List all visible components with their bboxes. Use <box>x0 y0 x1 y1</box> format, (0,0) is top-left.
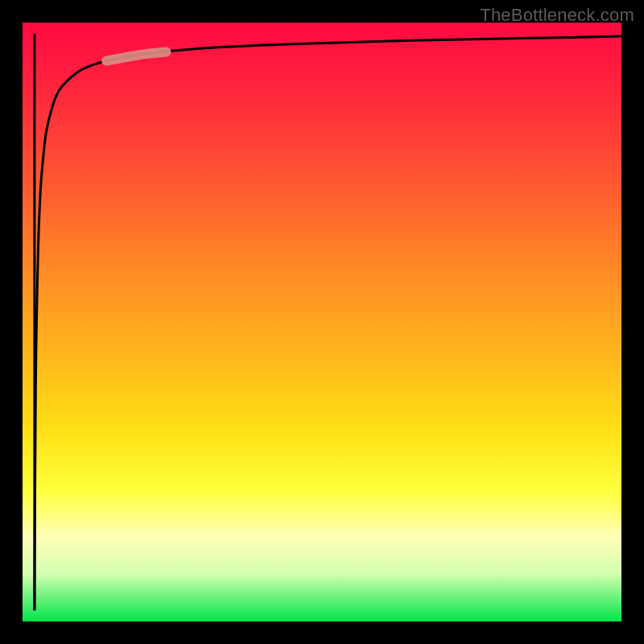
watermark-text: TheBottleneck.com <box>480 5 634 26</box>
curve-highlight-segment <box>106 52 166 60</box>
curve-layer <box>23 23 621 621</box>
plot-area <box>23 23 621 621</box>
chart-frame: TheBottleneck.com <box>0 0 644 644</box>
bottleneck-curve-path <box>35 36 621 609</box>
